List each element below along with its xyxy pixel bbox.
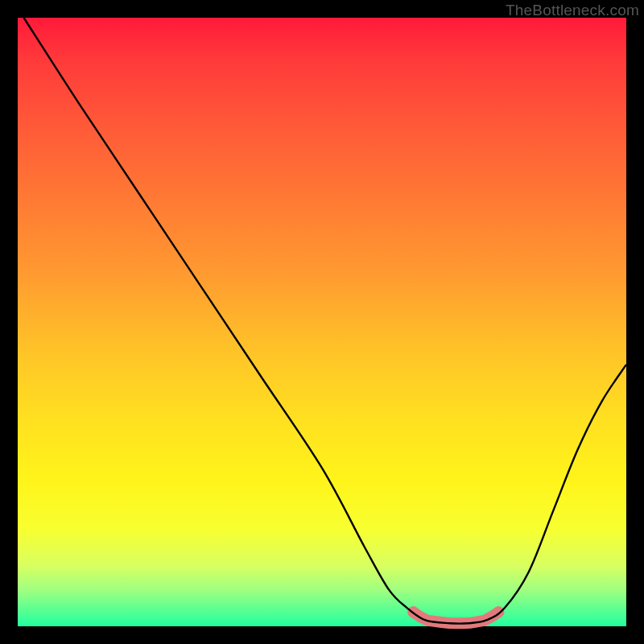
optimal-band-marker (407, 606, 504, 623)
chart-frame (18, 18, 626, 626)
watermark-text: TheBottleneck.com (506, 2, 639, 19)
bottleneck-chart (18, 18, 626, 626)
bottleneck-curve-line (24, 18, 626, 624)
